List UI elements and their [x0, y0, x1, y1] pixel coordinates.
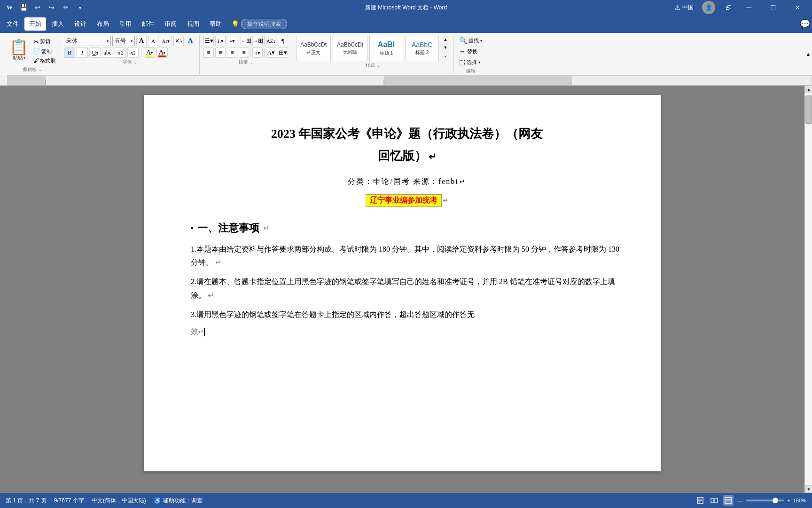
styles-expand-icon[interactable]: ⌄: [377, 64, 380, 68]
menu-design[interactable]: 设计: [70, 17, 91, 31]
zoom-out-button[interactable]: —: [737, 498, 742, 503]
menu-view[interactable]: 视图: [182, 17, 204, 31]
scroll-track[interactable]: [805, 93, 812, 485]
minimize-button[interactable]: —: [738, 0, 759, 15]
font-grow-button[interactable]: A: [136, 36, 147, 46]
vertical-scrollbar[interactable]: ▲ ▼: [804, 86, 812, 493]
copy-icon: 📄: [33, 48, 40, 55]
zoom-in-button[interactable]: +: [788, 498, 790, 503]
underline-button[interactable]: U▾: [89, 48, 101, 58]
font-shrink-button[interactable]: A: [148, 36, 158, 46]
style-no-spacing[interactable]: AaBbCcDt 无间隔: [333, 36, 367, 61]
menu-home[interactable]: 开始: [24, 17, 46, 31]
border-button[interactable]: ⊞▾: [278, 48, 288, 58]
touch-icon[interactable]: ✏: [60, 2, 71, 13]
font-expand-icon[interactable]: ⌄: [134, 60, 137, 64]
close-button[interactable]: ✕: [787, 0, 808, 15]
zoom-slider[interactable]: [746, 500, 784, 501]
save-icon[interactable]: 💾: [18, 2, 29, 13]
italic-button[interactable]: I: [77, 48, 88, 58]
style-normal-label: ↵ 正文: [306, 49, 321, 56]
status-left: 第 1 页，共 7 页 9/7677 个字 中文(简体，中国大陆) ♿ 辅助功能…: [6, 497, 203, 505]
font-group: 宋体 ▾ 五号 ▾ A A Aa▾ ✕A A B I U▾: [60, 35, 200, 74]
align-left-button[interactable]: ≡: [203, 48, 214, 58]
increase-indent-button[interactable]: →⊞: [252, 36, 263, 46]
menu-mailings[interactable]: 邮件: [137, 17, 159, 31]
cut-button[interactable]: ✂ 剪切: [32, 38, 57, 46]
doc-para1: 1.本题本由给定资料与作答要求两部分构成。考试时限为 180 分钟。其中，阅读给…: [191, 243, 623, 270]
bullets-button[interactable]: ☰▾: [203, 36, 214, 46]
superscript-button[interactable]: x2: [127, 48, 139, 58]
accessibility-label: 辅助功能：调查: [163, 497, 203, 505]
zoom-thumb[interactable]: [773, 498, 778, 503]
styles-expand[interactable]: ⌄: [442, 52, 449, 59]
bold-button[interactable]: B: [64, 48, 75, 58]
copy-button[interactable]: 📄 复制: [32, 48, 57, 56]
redo-icon[interactable]: ↪: [46, 2, 57, 13]
multilevel-button[interactable]: ≡▾: [227, 36, 237, 46]
subscript-button[interactable]: x2: [115, 48, 126, 58]
accessibility-button[interactable]: ♿ 辅助功能：调查: [154, 497, 203, 505]
change-case-button[interactable]: Aa▾: [160, 36, 172, 46]
scroll-up-button[interactable]: ▲: [805, 86, 812, 93]
style-heading2[interactable]: AaBbC 标题 2: [405, 36, 439, 61]
search-input[interactable]: 操作说明搜索: [241, 19, 287, 29]
clipboard-expand-icon[interactable]: ⌄: [39, 68, 42, 72]
strikethrough-button[interactable]: abc: [102, 48, 113, 58]
find-button[interactable]: 🔍 查找 ▾: [457, 36, 484, 45]
show-marks-button[interactable]: ¶: [278, 36, 288, 46]
align-center-button[interactable]: ≡: [215, 48, 226, 58]
page-info: 第 1 页，共 7 页: [6, 497, 47, 505]
shading-button[interactable]: A▾: [266, 48, 276, 58]
find-arrow: ▾: [480, 39, 482, 43]
styles-scroll-up[interactable]: ▲: [442, 36, 449, 43]
doc-para2: 2.请在题本、答题卡指定位置上用黑色字迹的钢笔或签字笔填写自己的姓名和准考证号，…: [191, 275, 623, 302]
undo-icon[interactable]: ↩: [32, 2, 43, 13]
line-spacing-button[interactable]: ↕▾: [252, 48, 263, 58]
text-cursor: [204, 328, 205, 336]
select-button[interactable]: ⬚ 选择 ▾: [457, 57, 482, 67]
print-layout-button[interactable]: [695, 495, 705, 506]
font-size-dropdown[interactable]: 五号 ▾: [112, 36, 135, 46]
ruler-corner: [0, 75, 8, 86]
menu-layout[interactable]: 布局: [92, 17, 114, 31]
style-heading1[interactable]: AaBl 标题 1: [369, 36, 403, 61]
menu-file[interactable]: 文件: [2, 17, 23, 31]
menu-review[interactable]: 审阅: [160, 17, 181, 31]
style-heading2-sample: AaBbC: [412, 41, 432, 48]
paste-button[interactable]: 📋 粘贴▾: [8, 39, 30, 63]
styles-list: AaBbCcDt ↵ 正文 AaBbCcDt 无间隔 AaBl 标题 1 AaB…: [296, 36, 449, 61]
styles-scroll-down[interactable]: ▼: [442, 44, 449, 51]
font-name-dropdown[interactable]: 宋体 ▾: [64, 36, 111, 46]
format-painter-button[interactable]: 🖌 格式刷: [32, 57, 57, 65]
divider: [239, 36, 239, 46]
decrease-indent-button[interactable]: ←⊞: [241, 36, 251, 46]
more-icon[interactable]: ▾: [74, 2, 86, 13]
sort-button[interactable]: AZ↓: [266, 36, 276, 46]
ribbon-collapse-button[interactable]: ▲: [804, 49, 812, 59]
menu-help[interactable]: 帮助: [205, 17, 226, 31]
font-label: 字体 ⌄: [64, 59, 195, 65]
replace-button[interactable]: ↔ 替换: [457, 47, 479, 56]
highlight-button[interactable]: A ▾: [144, 48, 155, 58]
align-right-button[interactable]: ≡: [227, 48, 237, 58]
user-avatar[interactable]: 👤: [702, 1, 715, 14]
numbering-button[interactable]: 1.▾: [215, 36, 226, 46]
menu-insert[interactable]: 插入: [47, 17, 69, 31]
text-effects-button[interactable]: A: [185, 36, 195, 46]
restore-button[interactable]: ❐: [762, 0, 784, 15]
ribbon-collapse-icon[interactable]: 🗗: [722, 1, 735, 14]
comment-button[interactable]: 💬: [800, 19, 810, 29]
style-normal[interactable]: AaBbCcDt ↵ 正文: [296, 36, 331, 61]
menu-references[interactable]: 引用: [115, 17, 136, 31]
para-expand-icon[interactable]: ⌄: [250, 60, 253, 64]
scroll-down-button[interactable]: ▼: [805, 485, 812, 493]
zoom-level: 160%: [792, 498, 806, 503]
paste-icon: 📋: [9, 40, 28, 55]
font-color-button[interactable]: A ▾: [156, 48, 168, 58]
read-view-button[interactable]: [723, 495, 734, 506]
clear-format-button[interactable]: ✕A: [173, 36, 184, 46]
justify-button[interactable]: ≡: [239, 48, 249, 58]
web-view-button[interactable]: [709, 495, 719, 506]
scroll-thumb[interactable]: [805, 95, 812, 124]
